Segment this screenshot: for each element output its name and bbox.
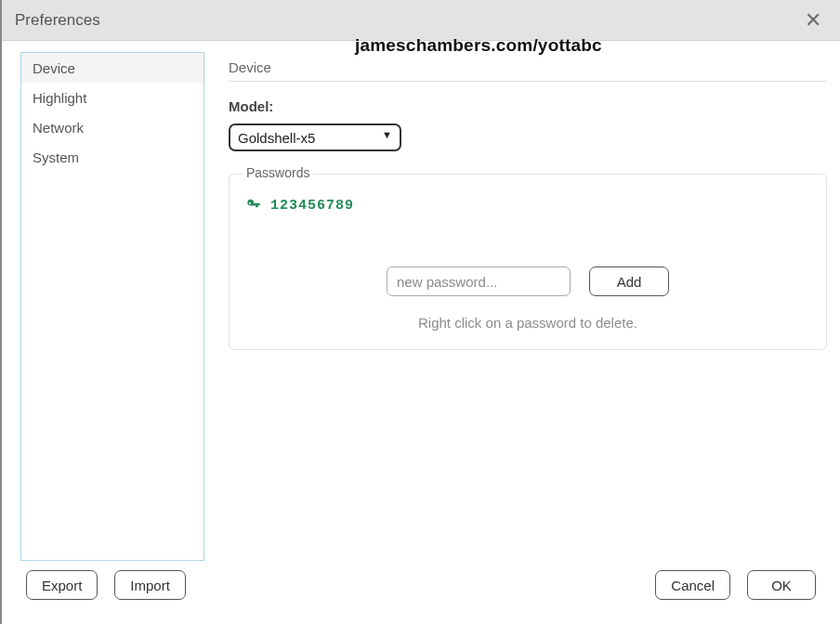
footer: Export Import Cancel OK: [2, 570, 840, 609]
window-title: Preferences: [15, 11, 799, 30]
export-button[interactable]: Export: [26, 570, 98, 600]
sidebar-item-highlight[interactable]: Highlight: [21, 83, 203, 112]
import-button[interactable]: Import: [114, 570, 186, 600]
passwords-fieldset: Passwords 123456789 Add Right click on a…: [229, 174, 827, 350]
model-select[interactable]: Goldshell-x5: [229, 124, 401, 151]
password-entry[interactable]: 123456789: [244, 189, 811, 226]
cancel-button[interactable]: Cancel: [655, 570, 730, 600]
content: jameschambers.com/yottabc Device Highlig…: [2, 41, 840, 570]
sidebar-item-system[interactable]: System: [21, 142, 203, 172]
add-button[interactable]: Add: [589, 266, 669, 296]
sidebar: Device Highlight Network System: [20, 52, 204, 561]
password-input-row: Add: [244, 266, 811, 296]
ok-button[interactable]: OK: [747, 570, 816, 600]
model-label: Model:: [229, 98, 827, 114]
password-text: 123456789: [270, 198, 354, 214]
close-icon[interactable]: ✕: [799, 6, 827, 34]
model-select-wrap: Goldshell-x5: [229, 124, 401, 151]
section-heading: Device: [229, 59, 827, 82]
key-icon: [246, 197, 261, 214]
main-panel: Device Model: Goldshell-x5 Passwords 123…: [229, 52, 827, 563]
password-hint: Right click on a password to delete.: [244, 315, 811, 331]
sidebar-item-network[interactable]: Network: [21, 112, 203, 142]
new-password-input[interactable]: [387, 266, 571, 296]
sidebar-item-device[interactable]: Device: [21, 53, 203, 83]
watermark-text: jameschambers.com/yottabc: [355, 35, 602, 56]
passwords-legend: Passwords: [243, 165, 313, 180]
